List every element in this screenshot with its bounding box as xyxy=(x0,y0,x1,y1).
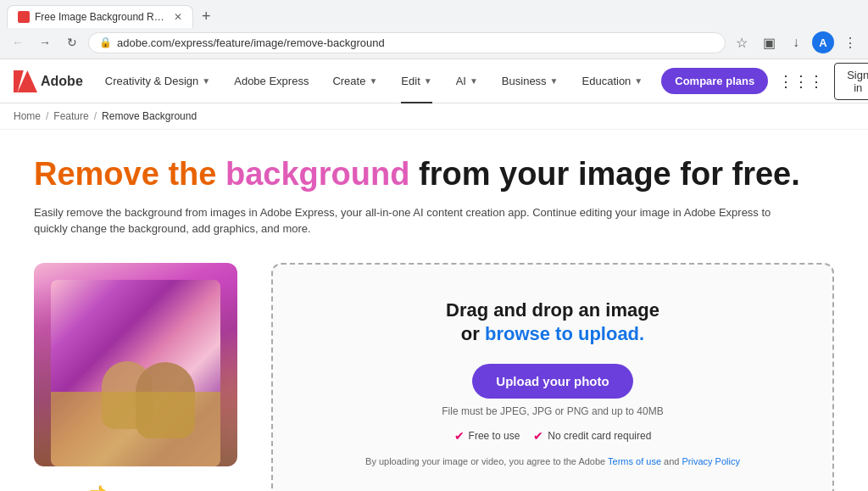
profile-button[interactable]: A xyxy=(812,31,834,53)
nav-creativity[interactable]: Creativity & Design ▼ xyxy=(93,59,222,103)
and-text: and xyxy=(661,456,682,466)
upload-photo-button[interactable]: Upload your photo xyxy=(472,364,632,399)
nav-business-label: Business xyxy=(502,75,547,87)
check-icon-2: ✔ xyxy=(533,429,543,443)
headline-orange: Remove the xyxy=(34,156,225,192)
browser-actions: ☆ ▣ ↓ A ⋮ xyxy=(731,31,861,53)
adobe-logo[interactable]: Adobe xyxy=(14,70,83,93)
new-tab-button[interactable]: + xyxy=(197,8,216,25)
demo-photo xyxy=(34,263,237,466)
nav-edit[interactable]: Edit ▼ xyxy=(389,59,443,103)
nav-ai[interactable]: AI ▼ xyxy=(444,59,490,103)
upload-footer: By uploading your image or video, you ag… xyxy=(365,456,740,466)
nav-education-label: Education xyxy=(582,75,632,87)
url-bar[interactable]: 🔒 adobe.com/express/feature/image/remove… xyxy=(88,32,726,53)
headline-pink: background xyxy=(225,156,409,192)
no-credit-card-badge: ✔ No credit card required xyxy=(533,429,651,443)
page-headline: Remove the background from your image fo… xyxy=(34,155,834,194)
bookmark-button[interactable]: ☆ xyxy=(731,31,753,53)
nav-express-label: Adobe Express xyxy=(234,75,309,87)
nav-create-label: Create xyxy=(332,75,365,87)
chevron-down-icon-6: ▼ xyxy=(634,76,643,86)
browser-chrome: Free Image Background Remo... ✕ + ← → ↻ … xyxy=(0,0,868,59)
nav-right: Compare plans ⋮⋮⋮ Sign in xyxy=(654,63,868,100)
tab-title: Free Image Background Remo... xyxy=(35,11,165,23)
badge-1-text: Free to use xyxy=(469,430,520,442)
breadcrumb-feature[interactable]: Feature xyxy=(53,110,88,122)
main-content: Remove the background from your image fo… xyxy=(0,130,868,491)
cursor-icon: 👈 xyxy=(88,483,109,491)
breadcrumb: Home / Feature / Remove Background xyxy=(0,103,868,130)
adobe-logo-icon xyxy=(14,70,37,93)
lock-icon: 🔒 xyxy=(99,36,112,48)
refresh-button[interactable]: ↻ xyxy=(61,31,83,53)
upload-badges: ✔ Free to use ✔ No credit card required xyxy=(454,429,652,443)
tab-favicon xyxy=(18,11,30,23)
page-subtext: Easily remove the background from images… xyxy=(34,204,797,237)
nav-create[interactable]: Create ▼ xyxy=(320,59,389,103)
download-button[interactable]: ↓ xyxy=(785,31,807,53)
extensions-button[interactable]: ▣ xyxy=(758,31,780,53)
breadcrumb-separator-2: / xyxy=(94,110,97,122)
forward-button[interactable]: → xyxy=(34,31,56,53)
headline-dark: from your image for free. xyxy=(409,156,799,192)
nav-edit-label: Edit xyxy=(401,75,420,87)
tab-bar: Free Image Background Remo... ✕ + xyxy=(0,0,868,28)
url-text: adobe.com/express/feature/image/remove-b… xyxy=(117,36,715,49)
footer-prefix: By uploading your image or video, you ag… xyxy=(365,456,608,466)
breadcrumb-home[interactable]: Home xyxy=(14,110,41,122)
menu-button[interactable]: ⋮ xyxy=(839,31,861,53)
nav-education[interactable]: Education ▼ xyxy=(570,59,655,103)
chevron-down-icon-5: ▼ xyxy=(550,76,559,86)
privacy-link[interactable]: Privacy Policy xyxy=(682,456,739,466)
drag-text: Drag and drop an image xyxy=(446,299,659,321)
sign-in-button[interactable]: Sign in xyxy=(834,63,868,100)
content-area: 👈 Drag and drop an image or browse to up… xyxy=(34,263,834,491)
browser-tab[interactable]: Free Image Background Remo... ✕ xyxy=(7,5,193,28)
browse-link[interactable]: browse to upload. xyxy=(485,323,644,344)
or-text: or xyxy=(461,323,485,344)
terms-link[interactable]: Terms of use xyxy=(608,456,661,466)
adobe-navigation: Adobe Creativity & Design ▼ Adobe Expres… xyxy=(0,59,868,103)
chevron-down-icon-2: ▼ xyxy=(369,76,377,86)
chevron-down-icon: ▼ xyxy=(202,76,210,86)
badge-2-text: No credit card required xyxy=(548,430,651,442)
upload-title: Drag and drop an image or browse to uplo… xyxy=(446,299,659,347)
nav-ai-label: AI xyxy=(456,75,466,87)
breadcrumb-separator-1: / xyxy=(46,110,48,122)
apps-grid-icon[interactable]: ⋮⋮⋮ xyxy=(778,72,824,91)
chevron-down-icon-3: ▼ xyxy=(424,76,432,86)
back-button[interactable]: ← xyxy=(7,31,29,53)
tab-close-button[interactable]: ✕ xyxy=(174,11,182,23)
nav-items: Creativity & Design ▼ Adobe Express Crea… xyxy=(93,59,654,103)
free-to-use-badge: ✔ Free to use xyxy=(454,429,520,443)
upload-area[interactable]: Drag and drop an image or browse to uplo… xyxy=(271,263,834,491)
nav-business[interactable]: Business ▼ xyxy=(490,59,570,103)
nav-creativity-label: Creativity & Design xyxy=(105,75,199,87)
image-demo: 👈 xyxy=(34,263,237,491)
upload-file-info: File must be JPEG, JPG or PNG and up to … xyxy=(442,405,663,417)
browser-controls: ← → ↻ 🔒 adobe.com/express/feature/image/… xyxy=(0,28,868,59)
chevron-down-icon-4: ▼ xyxy=(470,76,478,86)
adobe-logo-text: Adobe xyxy=(41,74,83,89)
compare-plans-button[interactable]: Compare plans xyxy=(661,68,768,94)
breadcrumb-current: Remove Background xyxy=(102,110,197,122)
check-icon-1: ✔ xyxy=(454,429,465,443)
nav-express[interactable]: Adobe Express xyxy=(222,59,320,103)
